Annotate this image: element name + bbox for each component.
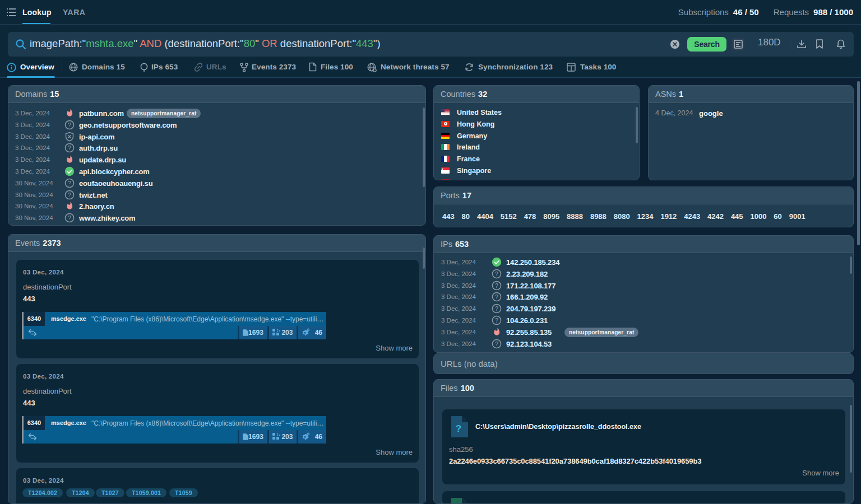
svg-text:?: ? [495, 293, 498, 300]
svg-text:?: ? [68, 144, 71, 151]
svg-text:?: ? [495, 305, 498, 312]
svg-text:?: ? [68, 214, 71, 221]
svg-text:?: ? [68, 191, 71, 198]
svg-text:?: ? [495, 270, 498, 277]
svg-text:?: ? [68, 122, 71, 128]
svg-text:?: ? [495, 317, 498, 324]
svg-text:?: ? [456, 423, 461, 434]
svg-text:?: ? [495, 282, 498, 288]
svg-text:?: ? [68, 180, 71, 186]
svg-text:?: ? [495, 340, 498, 347]
